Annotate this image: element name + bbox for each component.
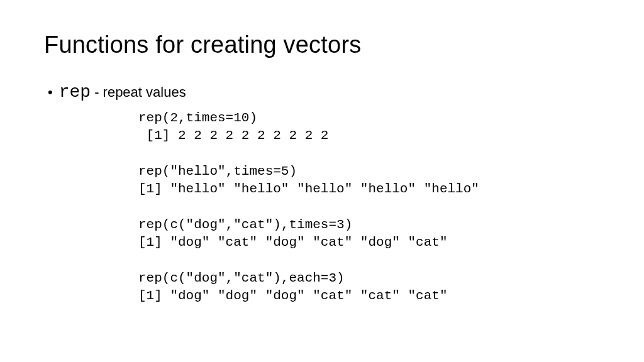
bullet-item: • rep - repeat values [48, 82, 600, 102]
bullet-dot-icon: • [48, 85, 53, 99]
slide-title: Functions for creating vectors [44, 31, 600, 58]
code-example: rep(2,times=10) [1] 2 2 2 2 2 2 2 2 2 2 … [138, 109, 600, 305]
function-desc: - repeat values [94, 84, 186, 101]
function-name: rep [59, 82, 91, 102]
